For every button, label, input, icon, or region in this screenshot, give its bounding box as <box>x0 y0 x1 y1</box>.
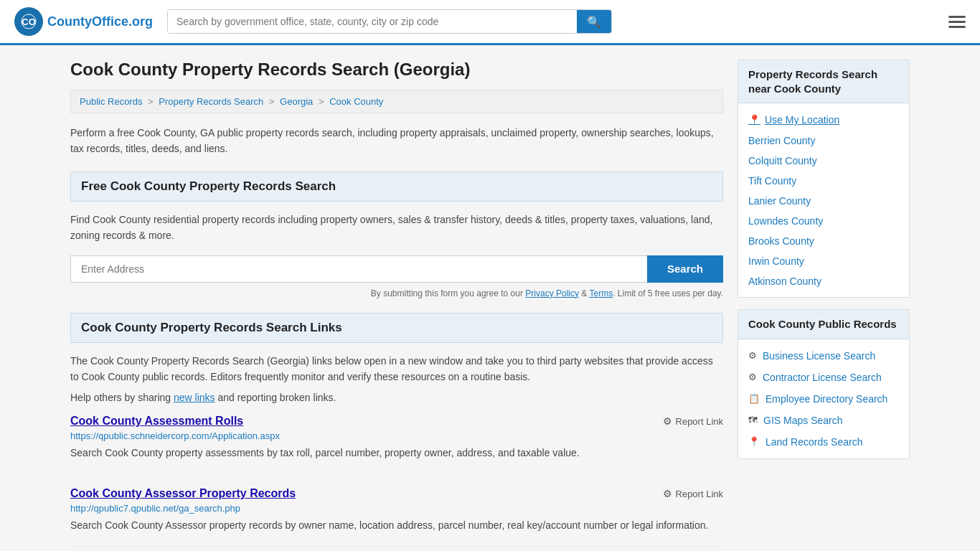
sidebar-business-license-search[interactable]: ⚙ Business License Search <box>738 345 909 367</box>
privacy-policy-link[interactable]: Privacy Policy <box>525 288 579 298</box>
sidebar: Property Records Search near Cook County… <box>738 60 910 551</box>
terms-link[interactable]: Terms <box>589 288 613 298</box>
use-my-location[interactable]: 📍 Use My Location <box>738 109 909 131</box>
record-link-title-2[interactable]: Cook County Assessor Property Records <box>70 487 296 500</box>
links-section-header: Cook County Property Records Search Link… <box>70 313 723 343</box>
address-search-row: Search <box>70 255 723 283</box>
logo-icon: CO <box>14 7 43 36</box>
intro-text: Perform a free Cook County, GA public pr… <box>70 125 723 157</box>
logo-text: CountyOffice.org <box>47 14 153 29</box>
address-search-button[interactable]: Search <box>647 255 723 283</box>
header-search-input[interactable] <box>168 10 577 33</box>
nearby-counties-box: Property Records Search near Cook County… <box>738 60 910 298</box>
record-url-1[interactable]: https://qpublic.schneidercorp.com/Applic… <box>70 430 723 441</box>
links-desc: The Cook County Property Records Search … <box>70 353 723 385</box>
breadcrumb-sep-1: > <box>148 96 154 107</box>
employee-icon: 📋 <box>748 393 760 404</box>
header-search-button[interactable]: 🔍 <box>577 10 611 33</box>
nearby-counties-content: 📍 Use My Location Berrien County Colquit… <box>738 103 909 297</box>
sidebar-county-lanier[interactable]: Lanier County <box>738 191 909 211</box>
main-content: Cook County Property Records Search (Geo… <box>70 60 723 551</box>
share-line: Help others by sharing new links and rep… <box>70 392 723 403</box>
sidebar-county-brooks[interactable]: Brooks County <box>738 231 909 251</box>
page-layout: Cook County Property Records Search (Geo… <box>60 45 920 551</box>
record-url-2[interactable]: http://qpublic7.qpublic.net/ga_search.ph… <box>70 503 723 514</box>
sidebar-gis-maps-search[interactable]: 🗺 GIS Maps Search <box>738 410 909 431</box>
svg-text:CO: CO <box>22 17 36 27</box>
record-link-title-row-2: Cook County Assessor Property Records ⚙ … <box>70 487 723 500</box>
breadcrumb-property-records-search[interactable]: Property Records Search <box>159 96 263 107</box>
sidebar-county-lowndes[interactable]: Lowndes County <box>738 211 909 231</box>
form-terms: By submitting this form you agree to our… <box>70 288 723 298</box>
land-icon: 📍 <box>748 436 760 447</box>
sidebar-county-tift[interactable]: Tift County <box>738 171 909 191</box>
nearby-counties-header: Property Records Search near Cook County <box>738 60 909 103</box>
record-link-title-1[interactable]: Cook County Assessment Rolls <box>70 415 243 428</box>
address-input[interactable] <box>70 255 647 283</box>
search-icon: 🔍 <box>587 16 601 28</box>
site-logo[interactable]: CO CountyOffice.org <box>14 7 153 36</box>
menu-line-1 <box>948 16 966 18</box>
breadcrumb-georgia[interactable]: Georgia <box>280 96 313 107</box>
gear-icon-2: ⚙ <box>748 372 757 382</box>
gear-icon-1: ⚙ <box>748 350 757 361</box>
menu-line-3 <box>948 26 966 28</box>
new-links-link[interactable]: new links <box>174 392 215 403</box>
location-pin-icon: 📍 <box>748 114 760 126</box>
report-link-button-1[interactable]: ⚙ Report Link <box>663 415 723 427</box>
menu-button[interactable] <box>948 16 966 28</box>
record-link-item-2: Cook County Assessor Property Records ⚙ … <box>70 487 723 547</box>
record-desc-2: Search Cook County Assessor property rec… <box>70 518 723 533</box>
sidebar-contractor-license-search[interactable]: ⚙ Contractor License Search <box>738 367 909 388</box>
public-records-box: Cook County Public Records ⚙ Business Li… <box>738 309 910 459</box>
public-records-content: ⚙ Business License Search ⚙ Contractor L… <box>738 339 909 458</box>
report-icon-1: ⚙ <box>663 415 672 427</box>
site-header: CO CountyOffice.org 🔍 <box>0 0 980 45</box>
free-search-desc: Find Cook County residential property re… <box>70 212 723 244</box>
page-title: Cook County Property Records Search (Geo… <box>70 60 723 80</box>
header-search-bar: 🔍 <box>167 9 612 34</box>
free-search-section-header: Free Cook County Property Records Search <box>70 171 723 202</box>
breadcrumb-sep-2: > <box>269 96 275 107</box>
sidebar-county-colquitt[interactable]: Colquitt County <box>738 151 909 171</box>
record-link-item: Cook County Assessment Rolls ⚙ Report Li… <box>70 415 723 474</box>
report-link-label-1: Report Link <box>676 416 723 427</box>
record-link-title-row-1: Cook County Assessment Rolls ⚙ Report Li… <box>70 415 723 428</box>
breadcrumb-sep-3: > <box>319 96 324 107</box>
map-icon: 🗺 <box>748 415 758 425</box>
sidebar-county-berrien[interactable]: Berrien County <box>738 131 909 151</box>
breadcrumb-public-records[interactable]: Public Records <box>80 96 142 107</box>
breadcrumb-cook-county[interactable]: Cook County <box>329 96 383 107</box>
report-icon-2: ⚙ <box>663 488 672 499</box>
sidebar-land-records-search[interactable]: 📍 Land Records Search <box>738 431 909 453</box>
sidebar-county-atkinson[interactable]: Atkinson County <box>738 271 909 291</box>
public-records-header: Cook County Public Records <box>738 310 909 339</box>
sidebar-county-irwin[interactable]: Irwin County <box>738 251 909 271</box>
menu-line-2 <box>948 21 966 23</box>
report-link-button-2[interactable]: ⚙ Report Link <box>663 488 723 499</box>
sidebar-employee-directory-search[interactable]: 📋 Employee Directory Search <box>738 388 909 410</box>
links-section: The Cook County Property Records Search … <box>70 353 723 404</box>
record-desc-1: Search Cook County property assessments … <box>70 446 723 461</box>
report-link-label-2: Report Link <box>676 489 723 499</box>
breadcrumb: Public Records > Property Records Search… <box>70 90 723 113</box>
